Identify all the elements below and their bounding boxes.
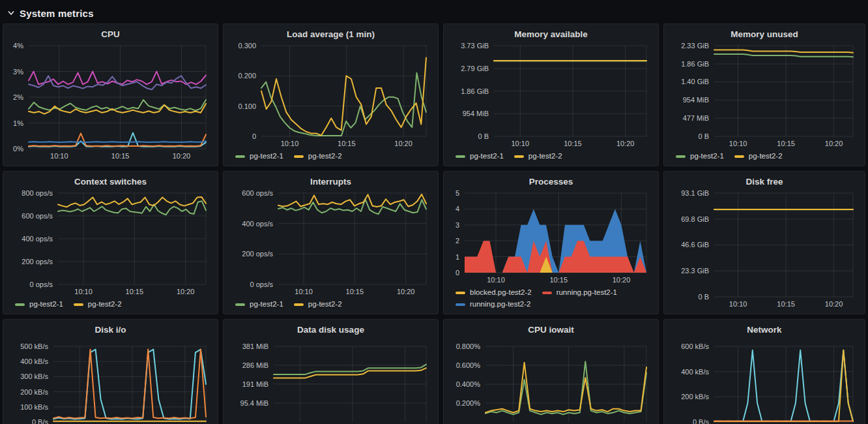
x-axis-tick-label: 10:15 xyxy=(549,276,568,284)
series-color-swatch xyxy=(514,155,524,158)
y-axis-tick-label: 191 MiB xyxy=(242,380,268,388)
section-title: System metrics xyxy=(20,8,94,19)
series-line-orange-series xyxy=(53,350,206,419)
chart-canvas[interactable]: 00.1000.2000.30010:1010:1510:20 xyxy=(230,42,431,149)
y-axis-tick-label: 0 ops/s xyxy=(250,280,274,288)
panel-title[interactable]: Network xyxy=(671,323,858,337)
panel-data-disk-usage: Data disk usage95.4 MiB191 MiB286 MiB381… xyxy=(223,319,439,424)
legend-item[interactable]: running.pg-test2-1 xyxy=(542,288,617,297)
series-line-cyan-series xyxy=(714,350,853,421)
legend-item[interactable]: running.pg-test2-2 xyxy=(456,299,530,309)
panel-disk-free: Disk free0 B23.3 GiB46.6 GiB69.8 GiB93.1… xyxy=(663,171,865,314)
panel-title[interactable]: Load average (1 min) xyxy=(230,27,431,42)
y-axis-tick-label: 954 MiB xyxy=(463,110,489,117)
panel-title[interactable]: Disk free xyxy=(671,175,858,189)
legend: blocked.pg-test2-2running.pg-test2-1runn… xyxy=(450,286,652,310)
legend-item[interactable]: pg-test2-1 xyxy=(235,299,283,309)
chart-canvas[interactable]: 01234510:1010:1510:20 xyxy=(450,189,652,286)
y-axis-tick-label: 93.1 GiB xyxy=(681,189,709,197)
y-axis-tick-label: 1 xyxy=(456,253,459,261)
legend-item[interactable]: pg-test2-2 xyxy=(514,151,562,161)
x-axis-tick-label: 10:10 xyxy=(295,288,313,295)
series-color-swatch xyxy=(456,303,465,306)
series-color-swatch xyxy=(235,303,245,306)
y-axis-tick-label: 0.400% xyxy=(456,380,481,388)
panel-title[interactable]: Processes xyxy=(450,175,652,189)
y-axis-tick-label: 0.200 xyxy=(238,72,256,80)
x-axis-tick-label: 10:15 xyxy=(346,288,364,295)
row-header-system-metrics[interactable]: System metrics xyxy=(0,0,868,23)
chart-canvas[interactable]: 0 B/s100 kB/s200 kB/s300 kB/s400 kB/s500… xyxy=(10,337,211,424)
chart-canvas[interactable]: 0 ops/s200 ops/s400 ops/s600 ops/s800 op… xyxy=(10,189,211,297)
legend-item[interactable]: pg-test2-2 xyxy=(294,151,342,161)
panel-title[interactable]: Memory available xyxy=(450,27,652,42)
series-color-swatch xyxy=(74,303,83,306)
chart-canvas[interactable]: 0 B954 MiB1.86 GiB2.79 GiB3.73 GiB10:101… xyxy=(450,42,652,149)
legend-item[interactable]: blocked.pg-test2-2 xyxy=(456,288,532,297)
panel-processes: Processes01234510:1010:1510:20blocked.pg… xyxy=(443,171,659,314)
y-axis-tick-label: 0 B xyxy=(698,132,709,140)
y-axis-tick-label: 2.79 GiB xyxy=(461,65,489,72)
chart-canvas[interactable]: 95.4 MiB191 MiB286 MiB381 MiB10:1010:151… xyxy=(230,337,431,424)
panel-title[interactable]: Context switches xyxy=(10,175,211,189)
legend-label: running.pg-test2-1 xyxy=(557,288,617,297)
chart-canvas[interactable]: 0 B23.3 GiB46.6 GiB69.8 GiB93.1 GiB10:10… xyxy=(671,189,858,310)
y-axis-tick-label: 477 MiB xyxy=(683,114,709,122)
legend-label: pg-test2-1 xyxy=(250,151,283,161)
series-line-pg-test2-2 xyxy=(714,50,853,53)
x-axis-tick-label: 10:15 xyxy=(777,300,795,308)
y-axis-tick-label: 3 xyxy=(456,221,459,229)
x-axis-tick-label: 10:20 xyxy=(825,300,843,308)
y-axis-tick-label: 46.6 GiB xyxy=(681,241,709,249)
y-axis-tick-label: 5 xyxy=(456,189,459,197)
series-line-pg-test2-2 xyxy=(278,194,426,207)
legend-item[interactable]: pg-test2-1 xyxy=(456,151,504,161)
x-axis-tick-label: 10:20 xyxy=(173,152,191,160)
y-axis-tick-label: 69.8 GiB xyxy=(681,215,709,223)
legend-item[interactable]: pg-test2-2 xyxy=(74,299,122,309)
chart-canvas[interactable]: 0 B477 MiB954 MiB1.40 GiB1.86 GiB2.33 Gi… xyxy=(671,42,858,149)
y-axis-tick-label: 2% xyxy=(13,93,23,101)
legend-item[interactable]: pg-test2-2 xyxy=(734,151,783,161)
legend-label: pg-test2-2 xyxy=(749,151,783,161)
y-axis-tick-label: 200 ops/s xyxy=(22,258,53,265)
panel-title[interactable]: Disk i/o xyxy=(10,323,211,337)
y-axis-tick-label: 300 kB/s xyxy=(20,372,48,380)
y-axis-tick-label: 200 ops/s xyxy=(242,250,273,258)
y-axis-tick-label: 500 kB/s xyxy=(20,342,48,350)
legend-item[interactable]: pg-test2-2 xyxy=(294,299,342,309)
y-axis-tick-label: 3.73 GiB xyxy=(461,42,489,50)
legend-item[interactable]: pg-test2-1 xyxy=(15,299,63,309)
series-line-cyan-series xyxy=(29,133,206,147)
chart-canvas[interactable]: 0 B/s200 kB/s400 kB/s600 kB/s10:1010:151… xyxy=(671,337,858,424)
legend-label: pg-test2-2 xyxy=(88,299,122,309)
chart-canvas[interactable]: 0.200%0.400%0.600%0.800%10:1010:1510:20 xyxy=(450,337,652,424)
y-axis-tick-label: 0.100 xyxy=(238,102,256,110)
series-color-swatch xyxy=(734,155,744,158)
legend: pg-test2-1pg-test2-2 xyxy=(230,149,431,162)
series-line-pg-test2-2 xyxy=(58,197,206,207)
y-axis-tick-label: 0 xyxy=(456,269,459,277)
chart-canvas[interactable]: 0%1%2%3%4%10:1010:1510:20 xyxy=(10,42,211,162)
series-color-swatch xyxy=(294,303,304,306)
series-line-orange-series xyxy=(29,133,206,146)
x-axis-tick-label: 10:20 xyxy=(397,288,415,295)
panel-title[interactable]: Data disk usage xyxy=(230,323,431,337)
y-axis-tick-label: 23.3 GiB xyxy=(681,267,709,275)
panel-title[interactable]: CPU xyxy=(10,27,211,42)
panel-title[interactable]: Interrupts xyxy=(230,175,431,189)
y-axis-tick-label: 286 MiB xyxy=(242,361,268,369)
panel-title[interactable]: Memory unused xyxy=(671,27,858,42)
series-color-swatch xyxy=(456,292,465,294)
x-axis-tick-label: 10:10 xyxy=(487,276,505,284)
series-line-yellow-series xyxy=(714,350,853,421)
series-color-swatch xyxy=(456,155,465,158)
x-axis-tick-label: 10:15 xyxy=(338,140,356,147)
series-color-swatch xyxy=(676,155,686,158)
y-axis-tick-label: 1% xyxy=(13,119,23,127)
chart-canvas[interactable]: 0 ops/s200 ops/s400 ops/s600 ops/s10:101… xyxy=(230,189,431,297)
legend-item[interactable]: pg-test2-1 xyxy=(235,151,283,161)
panel-title[interactable]: CPU iowait xyxy=(450,323,652,337)
legend-item[interactable]: pg-test2-1 xyxy=(676,151,724,161)
y-axis-tick-label: 0.800% xyxy=(456,342,481,350)
